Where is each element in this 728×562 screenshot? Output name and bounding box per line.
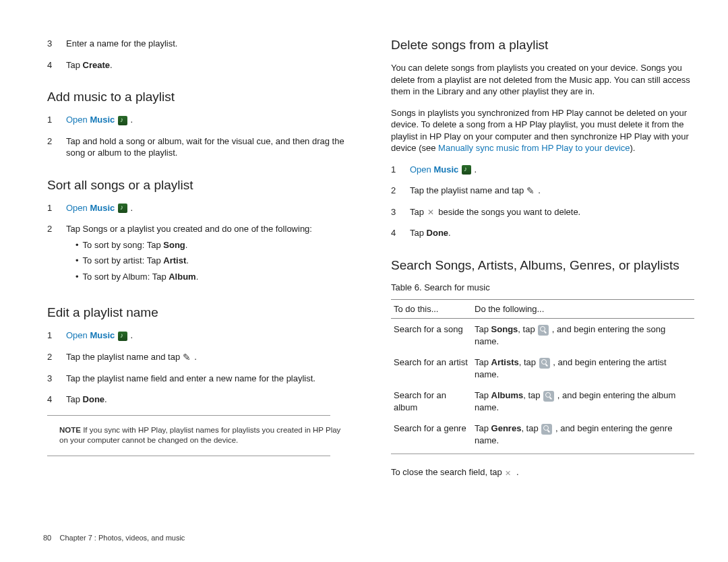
step-number: 4 [47, 59, 66, 71]
intro-steps: 3 Enter a name for the playlist. 4 Tap C… [47, 38, 351, 71]
page-number: 80 [43, 534, 51, 542]
step: 2 Tap and hold a song or album, wait for… [47, 135, 351, 159]
table-cell: Tap Genres, tap , and begin entering the… [472, 418, 694, 451]
table-row: Search for a song Tap Songs, tap , and b… [391, 319, 694, 352]
music-icon [118, 116, 127, 125]
step-number: 4 [47, 394, 66, 406]
step-text: Open Music . [66, 330, 351, 342]
table-row: Search for an artist Tap Artists, tap , … [391, 352, 694, 385]
step: 3 Enter a name for the playlist. [47, 38, 351, 50]
note-label: NOTE [59, 426, 81, 434]
step-text: Tap the playlist name and tap . [66, 351, 351, 363]
note-box: NOTE If you sync with HP Play, playlist … [47, 425, 351, 446]
delete-x-icon [427, 208, 436, 217]
delete-steps: 1 Open Music . 2 Tap the playlist name a… [391, 164, 694, 239]
search-icon [539, 358, 550, 369]
add-music-steps: 1 Open Music . 2 Tap and hold a song or … [47, 114, 351, 159]
step-number: 1 [391, 164, 410, 176]
step-text: Open Music . [66, 114, 351, 126]
step-text: Tap Create. [66, 59, 351, 71]
step: 4 Tap Done. [47, 394, 351, 406]
step-number: 2 [391, 185, 410, 197]
step: 1 Open Music . [391, 164, 694, 176]
sort-steps: 1 Open Music . 2 Tap Songs or a playlist… [47, 202, 351, 287]
heading-add-music: Add music to a playlist [47, 90, 351, 104]
heading-search: Search Songs, Artists, Albums, Genres, o… [391, 258, 694, 273]
list-item: To sort by Album: Tap Album. [75, 271, 351, 283]
music-icon [118, 332, 127, 341]
heading-edit: Edit a playlist name [47, 305, 351, 320]
step-number: 1 [47, 330, 66, 342]
step: 2 Tap Songs or a playlist you created an… [47, 223, 351, 286]
step-text: Tap the playlist name and tap . [410, 185, 694, 197]
right-column: Delete songs from a playlist You can del… [391, 38, 694, 488]
step-text: Open Music . [66, 202, 351, 214]
sync-link[interactable]: Manually sync music from HP Play to your… [438, 143, 630, 153]
heading-delete: Delete songs from a playlist [391, 38, 694, 53]
step-number: 2 [47, 351, 66, 363]
step-text: Tap beside the songs you want to delete. [410, 206, 694, 218]
step-text: Open Music . [410, 164, 694, 176]
edit-steps: 1 Open Music . 2 Tap the playlist name a… [47, 330, 351, 405]
pencil-icon [526, 187, 536, 196]
table-cell: Search for an album [391, 385, 472, 418]
step-text: Tap and hold a song or album, wait for t… [66, 135, 351, 159]
left-column: 3 Enter a name for the playlist. 4 Tap C… [47, 38, 351, 488]
table-cell: Tap Artists, tap , and begin entering th… [472, 352, 694, 385]
step: 1 Open Music . [47, 114, 351, 126]
list-item: To sort by song: Tap Song. [75, 239, 351, 251]
music-icon [462, 165, 471, 175]
search-table: To do this... Do the following... Search… [391, 299, 694, 451]
table-cell: Tap Albums, tap , and begin entering the… [472, 385, 694, 418]
step-number: 2 [47, 135, 66, 159]
divider [391, 454, 694, 454]
table-row: Search for a genre Tap Genres, tap , and… [391, 418, 694, 451]
table-caption: Table 6. Search for music [391, 282, 694, 292]
step: 3 Tap the playlist name field and enter … [47, 373, 351, 385]
step-text: Tap Done. [410, 227, 694, 239]
pencil-icon [183, 353, 192, 363]
divider [47, 456, 330, 456]
table-cell: Search for an artist [391, 352, 472, 385]
search-icon [543, 391, 554, 402]
step-number: 3 [391, 206, 410, 218]
table-cell: Search for a song [391, 319, 472, 352]
step: 4 Tap Create. [47, 59, 351, 71]
step-number: 3 [47, 38, 66, 50]
close-search-text: To close the search field, tap . [391, 466, 694, 478]
step-text: Tap the playlist name field and enter a … [66, 373, 351, 385]
step-text: Tap Songs or a playlist you created and … [66, 223, 351, 286]
list-item: To sort by artist: Tap Artist. [75, 255, 351, 267]
step-text: Tap Done. [66, 394, 351, 406]
step: 4 Tap Done. [391, 227, 694, 239]
table-header-row: To do this... Do the following... [391, 300, 694, 319]
step-number: 1 [47, 202, 66, 214]
step-number: 3 [47, 373, 66, 385]
page-footer: 80 Chapter 7 : Photos, videos, and music [43, 534, 185, 542]
table-header: Do the following... [472, 300, 694, 319]
step-number: 2 [47, 223, 66, 286]
step: 1 Open Music . [47, 202, 351, 214]
step-text: Enter a name for the playlist. [66, 38, 351, 50]
step: 2 Tap the playlist name and tap . [391, 185, 694, 197]
close-x-icon [504, 468, 514, 478]
table-row: Search for an album Tap Albums, tap , an… [391, 385, 694, 418]
note-text: If you sync with HP Play, playlist names… [59, 426, 340, 445]
chapter-label: Chapter 7 : Photos, videos, and music [59, 534, 185, 542]
table-cell: Search for a genre [391, 418, 472, 451]
divider [47, 415, 330, 416]
step-number: 1 [47, 114, 66, 126]
table-cell: Tap Songs, tap , and begin entering the … [472, 319, 694, 352]
paragraph: Songs in playlists you synchronized from… [391, 107, 694, 154]
step: 3 Tap beside the songs you want to delet… [391, 206, 694, 218]
sort-bullets: To sort by song: Tap Song. To sort by ar… [66, 239, 351, 283]
table-header: To do this... [391, 300, 472, 319]
step: 1 Open Music . [47, 330, 351, 342]
search-icon [538, 325, 549, 336]
paragraph: You can delete songs from playlists you … [391, 62, 694, 98]
step-number: 4 [391, 227, 410, 239]
step: 2 Tap the playlist name and tap . [47, 351, 351, 363]
heading-sort: Sort all songs or a playlist [47, 178, 351, 193]
search-icon [541, 424, 552, 435]
music-icon [118, 204, 127, 213]
